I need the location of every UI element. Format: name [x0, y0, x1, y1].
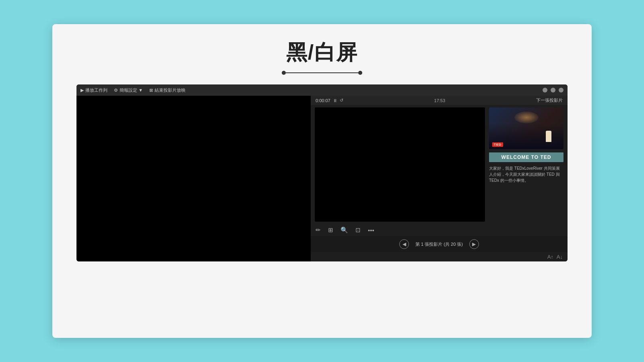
next-slide-panel: TED WELCOME TO TED 大家好，我是 TEDxLoveRiver … [489, 107, 564, 222]
close-btn[interactable] [559, 88, 564, 93]
app-window: ▶ 播放工作列 ⚙ 簡報設定 ▼ ⊠ 結束投影片放映 [76, 84, 568, 261]
app-body: 0:00:07 ⏸ ↺ 17:53 下一張投影片 [76, 96, 568, 261]
thumbnail-inner: TED [489, 107, 564, 149]
prev-icon: ◀ [402, 241, 406, 247]
play-icon[interactable]: ⏸ [333, 98, 337, 103]
end-label: 結束投影片放映 [155, 87, 186, 93]
time-remaining: 17:53 [434, 98, 446, 103]
titlebar-controls [543, 88, 564, 93]
title-underline [282, 71, 362, 75]
welcome-banner: WELCOME TO TED [489, 152, 564, 162]
speaker-figure [546, 131, 551, 142]
app-right-main: TED WELCOME TO TED 大家好，我是 TEDxLoveRiver … [311, 105, 568, 224]
ted-logo: TED [492, 142, 503, 147]
app-titlebar: ▶ 播放工作列 ⚙ 簡報設定 ▼ ⊠ 結束投影片放映 [76, 84, 568, 96]
right-footer: A↑ A↓ [311, 252, 568, 261]
title-section: 黑/白屏 [282, 24, 362, 84]
maximize-btn[interactable] [551, 88, 555, 93]
next-slide-label: 下一張投影片 [536, 97, 563, 103]
menu-item-settings[interactable]: ⚙ 簡報設定 ▼ [114, 87, 143, 93]
minimize-btn[interactable] [543, 88, 547, 93]
screen-icon[interactable]: ⊡ [355, 226, 361, 234]
playlist-label: 播放工作列 [85, 87, 107, 93]
timer-icon[interactable]: ↺ [340, 98, 343, 103]
annotate-icon[interactable]: ✏ [316, 226, 321, 234]
more-icon[interactable]: ••• [368, 227, 374, 234]
time-elapsed: 0:00:07 [316, 98, 330, 103]
underline-dot-right [358, 71, 362, 75]
next-description: 大家好，我是 TEDxLoveRiver 共同策展人介紹，今天跟大家來談談關於 … [489, 165, 564, 183]
playlist-icon: ▶ [80, 88, 84, 93]
stage-light [514, 111, 539, 123]
next-thumbnail: TED [489, 107, 564, 149]
menu-item-end[interactable]: ⊠ 結束投影片放映 [149, 87, 186, 93]
slide-counter: 第 1 張投影片 (共 20 張) [415, 241, 463, 247]
right-toolbar: ✏ ⊞ 🔍 ⊡ ••• [311, 224, 568, 236]
menu-item-playlist[interactable]: ▶ 播放工作列 [80, 87, 107, 93]
presenter-screen [76, 96, 311, 261]
zoom-icon[interactable]: 🔍 [341, 226, 348, 234]
right-topbar: 0:00:07 ⏸ ↺ 17:53 下一張投影片 [311, 96, 568, 105]
underline-dot-left [282, 71, 286, 75]
app-right-panel: 0:00:07 ⏸ ↺ 17:53 下一張投影片 [311, 96, 568, 261]
grid-icon[interactable]: ⊞ [328, 226, 333, 234]
slide-nav: ◀ 第 1 張投影片 (共 20 張) ▶ [311, 236, 568, 252]
settings-label: 簡報設定 ▼ [120, 87, 143, 93]
end-icon: ⊠ [149, 88, 153, 93]
topbar-right: 17:53 [434, 98, 446, 103]
titlebar-menu: ▶ 播放工作列 ⚙ 簡報設定 ▼ ⊠ 結束投影片放映 [80, 87, 186, 93]
outer-card: 黑/白屏 ▶ 播放工作列 ⚙ 簡報設定 ▼ ⊠ 結束投影片放映 [52, 24, 592, 338]
topbar-left: 0:00:07 ⏸ ↺ [316, 98, 343, 103]
next-icon: ▶ [472, 241, 476, 247]
prev-slide-button[interactable]: ◀ [399, 239, 409, 249]
next-slide-button[interactable]: ▶ [469, 239, 479, 249]
font-increase-button[interactable]: A↑ [547, 254, 553, 260]
video-preview [315, 107, 485, 222]
settings-icon: ⚙ [114, 88, 118, 93]
main-title: 黑/白屏 [286, 39, 358, 67]
underline-line [286, 72, 358, 73]
font-decrease-button[interactable]: A↓ [557, 254, 563, 260]
